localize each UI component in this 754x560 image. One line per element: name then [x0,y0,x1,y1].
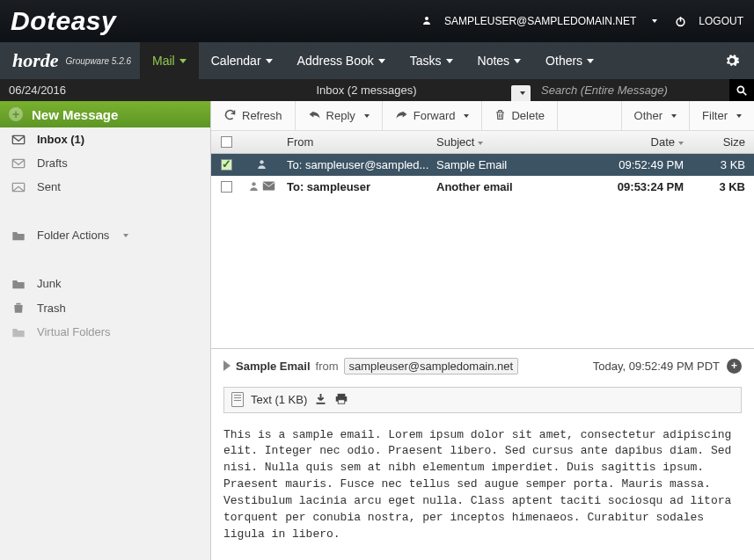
horde-logo: horde [0,49,66,72]
row-from: To: sampleuser@sampled... [282,158,431,171]
expand-icon[interactable] [223,360,231,371]
status-bar: 06/24/2016 Inbox (2 messages) Search (En… [0,79,754,101]
main-nav: horde Groupware 5.2.6 Mail Calendar Addr… [0,42,754,79]
nav-calendar[interactable]: Calendar [199,42,285,79]
svg-rect-5 [12,135,24,143]
delete-button[interactable]: Delete [482,101,558,130]
chevron-down-icon [378,59,385,63]
new-message-label: New Message [32,107,118,122]
chevron-down-icon [587,59,594,63]
row-size: 3 KB [692,180,754,193]
groupware-version: Groupware 5.2.6 [66,56,141,66]
chevron-down-icon [446,59,453,63]
inbox-icon [11,134,26,146]
sidebar-item-label: Inbox (1) [37,133,84,146]
main-area: + New Message Inbox (1) Drafts Sent Fold… [0,101,754,560]
sidebar-junk[interactable]: Junk [0,272,210,295]
nav-addressbook[interactable]: Address Book [285,42,398,79]
nav-tasks[interactable]: Tasks [398,42,465,79]
sent-icon [11,181,26,193]
svg-line-4 [743,91,747,95]
brand-logo: Doteasy [11,6,116,36]
sidebar-drafts[interactable]: Drafts [0,151,210,175]
svg-rect-12 [262,182,274,191]
person-icon [248,180,260,194]
row-subject: Another email [431,180,578,193]
status-tab-caret[interactable] [511,85,531,101]
sidebar-item-label: Virtual Folders [37,325,111,338]
download-icon[interactable] [314,392,327,408]
document-icon [231,392,244,407]
reply-arrow-icon [308,109,321,122]
email-body: This is a sample email. Lorem ipsum dolo… [223,427,742,561]
chevron-down-icon [736,114,742,118]
sidebar-virtual-folders[interactable]: Virtual Folders [0,320,210,344]
chevron-down-icon [671,114,677,118]
svg-rect-14 [338,393,346,396]
user-menu-caret-icon[interactable] [652,19,657,23]
divider [0,199,210,223]
column-headers: From Subject Date Size [211,131,754,154]
row-from: To: sampleuser [282,180,431,193]
chevron-down-icon [514,59,521,63]
attachment-bar: Text (1 KB) [223,387,742,413]
refresh-button[interactable]: Refresh [211,101,296,130]
message-row[interactable]: To: sampleuser@sampled... Sample Email 0… [211,154,754,176]
preview-from-email[interactable]: sampleuser@sampledomain.net [344,358,519,375]
trash-icon [11,301,26,315]
user-email[interactable]: SAMPLEUSER@SAMPLEDOMAIN.NET [444,15,636,27]
col-size[interactable]: Size [692,135,754,149]
col-subject[interactable]: Subject [431,135,578,149]
sort-caret-icon [478,142,483,145]
svg-rect-6 [12,159,24,167]
col-date[interactable]: Date [578,135,692,149]
logout-link[interactable]: LOGOUT [699,15,743,27]
filter-button[interactable]: Filter [690,101,754,130]
forward-arrow-icon [395,109,408,122]
nav-notes[interactable]: Notes [465,42,534,79]
attachment-label[interactable]: Text (1 KB) [251,393,307,406]
sidebar-item-label: Trash [37,302,66,315]
chevron-down-icon [123,234,128,237]
sidebar: + New Message Inbox (1) Drafts Sent Fold… [0,101,211,560]
row-date: 09:52:49 PM [578,158,692,171]
message-row[interactable]: To: sampleuser Another email 09:53:24 PM… [211,176,754,198]
row-checkbox[interactable] [221,181,232,193]
search-button[interactable] [729,79,754,101]
forward-button[interactable]: Forward [383,101,483,130]
other-button[interactable]: Other [621,101,691,130]
settings-gear[interactable] [710,42,754,79]
sidebar-item-label: Junk [37,277,61,290]
sidebar-inbox[interactable]: Inbox (1) [0,127,210,151]
sidebar-trash[interactable]: Trash [0,295,210,320]
top-header: Doteasy SAMPLEUSER@SAMPLEDOMAIN.NET LOGO… [0,0,754,42]
logout-icon [675,16,686,27]
nav-others[interactable]: Others [533,42,606,79]
folder-icon [11,326,26,338]
col-checkbox[interactable] [211,136,241,148]
chevron-down-icon [364,114,370,118]
sort-caret-icon [678,142,684,145]
print-icon[interactable] [334,392,348,408]
row-size: 3 KB [692,158,754,171]
sidebar-item-label: Drafts [37,156,68,170]
row-checkbox[interactable] [221,159,232,171]
preview-header: Sample Email from sampleuser@sampledomai… [223,358,742,375]
status-date: 06/24/2016 [0,84,229,97]
status-inbox-count: Inbox (2 messages) [229,84,504,97]
content-area: Refresh Reply Forward Delete Other Filte… [211,101,754,560]
col-from[interactable]: From [282,135,431,149]
preview-pane: Sample Email from sampleuser@sampledomai… [211,349,754,561]
search-input[interactable]: Search (Entire Message) [536,84,729,97]
refresh-icon [223,108,237,124]
add-contact-button[interactable]: + [727,359,742,374]
preview-datetime: Today, 09:52:49 PM PDT [593,360,720,373]
preview-subject: Sample Email [236,360,311,373]
nav-mail[interactable]: Mail [140,42,199,79]
sidebar-item-label: Folder Actions [37,229,109,242]
person-icon [421,15,432,28]
sidebar-sent[interactable]: Sent [0,175,210,199]
sidebar-folder-actions[interactable]: Folder Actions [0,223,210,247]
new-message-button[interactable]: + New Message [0,101,210,127]
reply-button[interactable]: Reply [296,101,383,130]
